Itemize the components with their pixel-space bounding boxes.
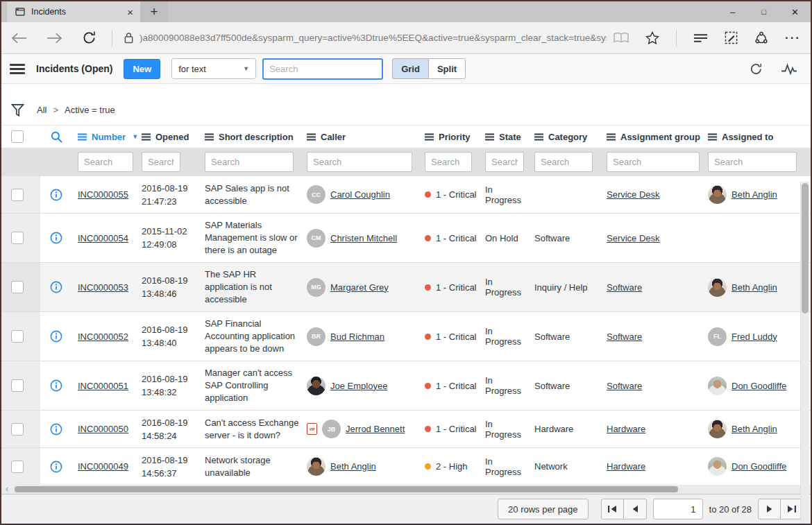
search-type-select[interactable]: for text ▼ — [171, 58, 256, 79]
first-page-button[interactable] — [601, 499, 624, 519]
table-row[interactable]: INC0000055 2016-08-1921:47:23 SAP Sales … — [1, 176, 811, 214]
column-menu-icon[interactable] — [708, 133, 717, 141]
table-row[interactable]: INC0000052 2016-08-1913:48:40 SAP Financ… — [1, 312, 811, 361]
assigned-to-link[interactable]: Beth Anglin — [731, 189, 777, 200]
info-icon[interactable] — [50, 461, 62, 473]
caller-link[interactable]: Jerrod Bennett — [346, 424, 405, 434]
assignment-group-link[interactable]: Software — [607, 381, 642, 391]
filter-input-assignment-group[interactable] — [607, 152, 700, 172]
page-number-input[interactable] — [653, 499, 703, 519]
column-header-number[interactable]: Number ▼ — [72, 132, 139, 142]
hub-icon[interactable] — [693, 33, 708, 44]
caller-link[interactable]: Beth Anglin — [330, 461, 376, 472]
refresh-icon[interactable] — [82, 31, 96, 45]
next-page-button[interactable] — [758, 499, 781, 519]
column-header-opened[interactable]: Opened — [139, 132, 203, 142]
forward-icon[interactable] — [46, 32, 62, 44]
info-icon[interactable] — [50, 330, 62, 343]
activity-stream-icon[interactable] — [781, 63, 797, 75]
back-icon[interactable] — [11, 32, 27, 44]
refresh-list-icon[interactable] — [750, 62, 763, 76]
table-row[interactable]: INC0000049 2016-08-1914:56:37 Network st… — [1, 448, 811, 485]
incident-number-link[interactable]: INC0000052 — [78, 332, 128, 342]
new-button[interactable]: New — [124, 59, 160, 79]
assigned-to-link[interactable]: Beth Anglin — [731, 424, 777, 434]
row-checkbox[interactable] — [11, 461, 24, 473]
assignment-group-link[interactable]: Hardware — [607, 461, 645, 472]
horizontal-scrollbar-thumb[interactable] — [15, 486, 678, 492]
list-menu-icon[interactable] — [10, 64, 25, 74]
column-menu-icon[interactable] — [485, 133, 494, 141]
filter-funnel-icon[interactable] — [11, 103, 24, 117]
assignment-group-link[interactable]: Service Desk — [607, 189, 660, 200]
table-row[interactable]: INC0000051 2016-08-1913:48:32 Manager ca… — [1, 361, 811, 411]
table-row[interactable]: INC0000053 2016-08-1913:48:46 The SAP HR… — [1, 263, 811, 312]
breadcrumb-filter-link[interactable]: Active = true — [65, 105, 115, 115]
assignment-group-link[interactable]: Software — [607, 332, 642, 342]
favorites-star-icon[interactable] — [645, 31, 659, 44]
column-header-state[interactable]: State — [483, 132, 531, 142]
incident-number-link[interactable]: INC0000053 — [78, 282, 128, 293]
search-icon[interactable] — [51, 131, 62, 143]
horizontal-scrollbar[interactable]: ‹ › — [1, 485, 811, 494]
column-header-category[interactable]: Category — [531, 132, 602, 142]
incident-number-link[interactable]: INC0000051 — [78, 381, 128, 391]
new-tab-button[interactable]: + — [140, 1, 168, 22]
assigned-to-link[interactable]: Don Goodliffe — [731, 461, 786, 472]
caller-link[interactable]: Bud Richman — [330, 332, 384, 342]
assignment-group-link[interactable]: Hardware — [607, 424, 645, 434]
column-menu-icon[interactable] — [534, 133, 543, 141]
breadcrumb-all-link[interactable]: All — [37, 105, 46, 115]
incident-number-link[interactable]: INC0000055 — [78, 189, 128, 200]
column-header-assigned-to[interactable]: Assigned to — [707, 132, 811, 142]
column-header-caller[interactable]: Caller — [306, 132, 419, 142]
column-header-priority[interactable]: Priority — [419, 132, 483, 142]
column-menu-icon[interactable] — [78, 133, 87, 141]
info-icon[interactable] — [50, 232, 62, 244]
minimize-button[interactable]: – — [717, 1, 748, 22]
caller-link[interactable]: Margaret Grey — [330, 282, 389, 293]
column-menu-icon[interactable] — [307, 133, 316, 141]
column-header-assignment-group[interactable]: Assignment group — [602, 132, 707, 142]
scroll-left-icon[interactable]: ‹ — [1, 485, 12, 494]
filter-input-opened[interactable] — [142, 152, 180, 172]
vertical-scrollbar-thumb[interactable] — [802, 183, 809, 313]
filter-input-caller[interactable] — [307, 152, 412, 172]
row-checkbox[interactable] — [11, 330, 24, 343]
previous-page-button[interactable] — [624, 499, 647, 519]
caller-link[interactable]: Carol Coughlin — [330, 189, 390, 200]
info-icon[interactable] — [50, 379, 62, 392]
row-checkbox[interactable] — [11, 281, 24, 293]
column-menu-icon[interactable] — [142, 133, 151, 141]
row-checkbox[interactable] — [11, 189, 24, 201]
grid-view-button[interactable]: Grid — [392, 58, 428, 79]
caller-link[interactable]: Christen Mitchell — [330, 233, 397, 243]
column-menu-icon[interactable] — [425, 133, 434, 141]
assigned-to-link[interactable]: Fred Luddy — [731, 332, 777, 342]
assigned-to-link[interactable]: Beth Anglin — [731, 282, 777, 293]
filter-input-category[interactable] — [534, 152, 593, 172]
column-menu-icon[interactable] — [205, 133, 214, 141]
tab-close-icon[interactable]: × — [127, 7, 133, 17]
browser-tab-incidents[interactable]: Incidents × — [7, 1, 140, 22]
filter-input-state[interactable] — [485, 152, 524, 172]
incident-number-link[interactable]: INC0000049 — [78, 461, 128, 472]
incident-number-link[interactable]: INC0000054 — [78, 233, 128, 243]
info-icon[interactable] — [50, 189, 62, 201]
web-note-icon[interactable] — [725, 31, 738, 44]
filter-input-priority[interactable] — [425, 152, 472, 172]
maximize-button[interactable]: □ — [748, 1, 779, 22]
split-view-button[interactable]: Split — [428, 58, 466, 79]
address-bar[interactable]: )a800090088e83d7ff500de&sysparm_query=ac… — [139, 33, 607, 43]
table-row[interactable]: INC0000050 2016-08-1914:58:24 Can't acce… — [1, 411, 811, 448]
assignment-group-link[interactable]: Service Desk — [607, 233, 660, 243]
info-icon[interactable] — [50, 423, 62, 436]
column-header-short-description[interactable]: Short description — [203, 132, 306, 142]
filter-input-assigned-to[interactable] — [708, 152, 797, 172]
list-search-input[interactable] — [262, 58, 383, 80]
rows-per-page-button[interactable]: 20 rows per page — [498, 499, 588, 519]
table-row[interactable]: INC0000054 2015-11-0212:49:08 SAP Materi… — [1, 214, 811, 263]
caller-link[interactable]: Joe Employee — [330, 381, 387, 391]
vertical-scrollbar[interactable] — [800, 182, 809, 525]
column-menu-icon[interactable] — [607, 133, 616, 141]
